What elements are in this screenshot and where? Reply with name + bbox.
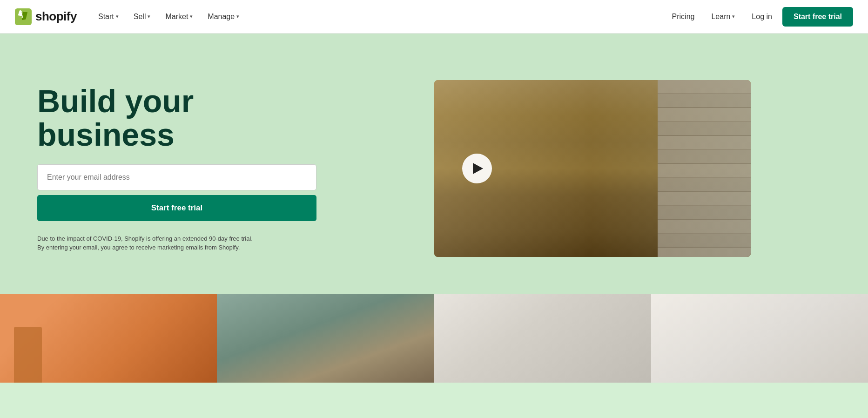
bottom-image-4 [651,294,868,383]
hero-disclaimer: Due to the impact of COVID-19, Shopify i… [37,234,261,252]
hero-trial-button[interactable]: Start free trial [37,195,316,221]
chevron-down-icon: ▾ [732,13,735,20]
nav-sell-button[interactable]: Sell ▾ [127,9,157,25]
hero-title: Build your business [37,85,316,151]
nav-market-button[interactable]: Market ▾ [159,9,199,25]
logo-text: shopify [35,9,77,24]
play-button[interactable] [462,154,492,183]
shopify-logo-icon [15,8,32,25]
person-silhouette [14,327,42,383]
logo-link[interactable]: shopify [15,8,77,25]
bottom-image-1 [0,294,217,383]
bottom-image-2 [217,294,434,383]
hero-content: Build your business Start free trial Due… [37,85,316,252]
bottom-image-strip [0,294,868,383]
nav-login-button[interactable]: Log in [745,9,779,25]
hero-section: Build your business Start free trial Due… [0,34,868,294]
nav-left-links: Start ▾ Sell ▾ Market ▾ Manage ▾ [92,9,666,25]
chevron-down-icon: ▾ [190,13,193,20]
hero-media [354,80,831,257]
hero-video-container [434,80,751,257]
navigation: shopify Start ▾ Sell ▾ Market ▾ Manage ▾… [0,0,868,34]
nav-start-button[interactable]: Start ▾ [92,9,125,25]
nav-manage-button[interactable]: Manage ▾ [201,9,246,25]
email-input[interactable] [37,164,316,190]
bottom-image-3 [434,294,651,383]
chevron-down-icon: ▾ [236,13,239,20]
nav-start-trial-button[interactable]: Start free trial [782,7,853,27]
nav-learn-button[interactable]: Learn ▾ [705,9,741,25]
nav-right-links: Pricing Learn ▾ Log in Start free trial [666,7,853,27]
hero-form: Start free trial [37,164,316,221]
chevron-down-icon: ▾ [116,13,119,20]
nav-pricing-button[interactable]: Pricing [666,9,701,25]
play-icon [473,163,483,174]
chevron-down-icon: ▾ [148,13,150,20]
